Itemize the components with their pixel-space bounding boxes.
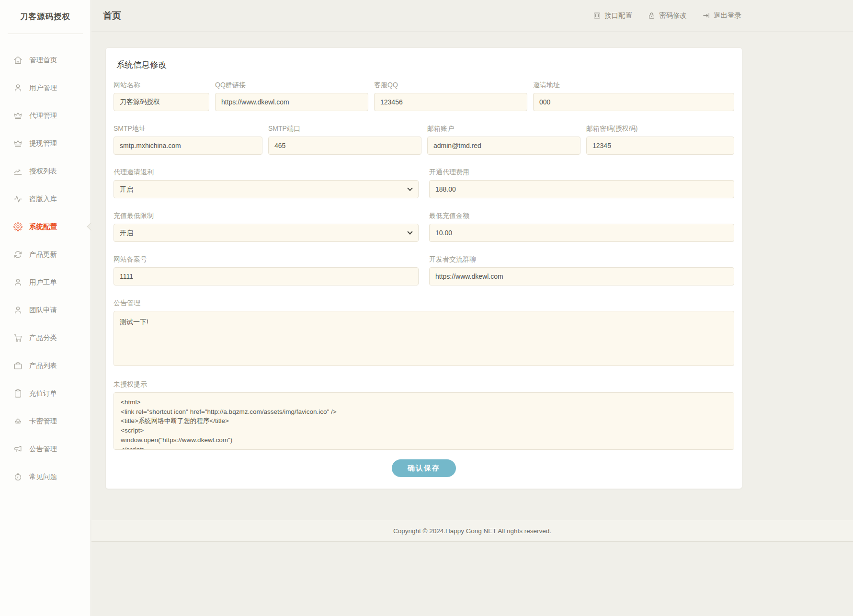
sidebar-item-card-keys[interactable]: 卡密管理 xyxy=(0,407,91,435)
sidebar-item-home[interactable]: 管理首页 xyxy=(0,46,91,74)
sidebar-item-label: 常见问题 xyxy=(29,472,57,481)
sidebar-item-product-list[interactable]: 产品列表 xyxy=(0,352,91,379)
user-icon xyxy=(13,278,23,287)
sidebar-item-user-tickets[interactable]: 用户工单 xyxy=(0,268,91,296)
mail-password-input[interactable] xyxy=(586,137,734,155)
sidebar-item-system-config[interactable]: 系统配置 xyxy=(0,213,91,240)
logout-button[interactable]: 退出登录 xyxy=(702,11,741,20)
home-icon xyxy=(13,56,23,65)
smtp-host-input[interactable] xyxy=(114,137,262,155)
sidebar-item-label: 用户管理 xyxy=(29,83,57,92)
api-config-icon xyxy=(593,11,601,20)
smtp-host-label: SMTP地址 xyxy=(114,125,262,133)
sidebar-item-announcements[interactable]: 公告管理 xyxy=(0,435,91,463)
brush-icon xyxy=(13,417,23,426)
field-site-name: 网站名称 xyxy=(114,81,209,111)
smtp-port-input[interactable] xyxy=(268,137,421,155)
save-button[interactable]: 确认保存 xyxy=(392,459,456,477)
sidebar-item-piracy[interactable]: 盗版入库 xyxy=(0,185,91,213)
sidebar-item-team-apply[interactable]: 团队申请 xyxy=(0,296,91,324)
lock-icon xyxy=(648,11,656,20)
copyright-text: Copyright © 2024.Happy Gong NET All righ… xyxy=(393,527,551,535)
sidebar-item-label: 系统配置 xyxy=(29,222,57,231)
sidebar-item-label: 提现管理 xyxy=(29,139,57,148)
refresh-icon xyxy=(13,250,23,259)
unauthorized-tip-textarea[interactable]: <html> <link rel="shortcut icon" href="h… xyxy=(114,392,734,450)
clipboard-icon xyxy=(13,389,23,398)
sidebar-item-label: 代理管理 xyxy=(29,111,57,120)
form-row-5: 网站备案号 开发者交流群聊 xyxy=(114,255,734,285)
user-icon xyxy=(13,83,23,92)
page-title: 首页 xyxy=(103,10,121,22)
field-min-recharge: 最低充值金额 xyxy=(429,212,734,242)
cart-icon xyxy=(13,333,23,342)
icp-number-label: 网站备案号 xyxy=(114,255,419,264)
site-name-input[interactable] xyxy=(114,93,209,111)
form-row-1: 网站名称 QQ群链接 客服QQ 邀请地址 xyxy=(114,81,734,111)
sidebar-item-users[interactable]: 用户管理 xyxy=(0,74,91,102)
qq-group-link-input[interactable] xyxy=(215,93,368,111)
user-icon xyxy=(13,306,23,315)
topbar: 首页 接口配置 密码修改 退出登录 xyxy=(91,0,853,32)
sidebar-item-recharge-orders[interactable]: 充值订单 xyxy=(0,379,91,407)
sidebar-item-label: 产品列表 xyxy=(29,361,57,370)
sidebar-item-label: 团队申请 xyxy=(29,306,57,315)
crown-icon xyxy=(13,139,23,148)
min-recharge-label: 最低充值金额 xyxy=(429,212,734,220)
sidebar-item-product-update[interactable]: 产品更新 xyxy=(0,240,91,268)
logout-label: 退出登录 xyxy=(714,11,741,20)
field-smtp-port: SMTP端口 xyxy=(268,125,421,155)
sidebar-item-product-category[interactable]: 产品分类 xyxy=(0,324,91,352)
sidebar-menu: 管理首页 用户管理 代理管理 提现管理 授权列表 盗版入库 系统配置 xyxy=(0,34,91,491)
field-service-qq: 客服QQ xyxy=(374,81,527,111)
sidebar: 刀客源码授权 管理首页 用户管理 代理管理 提现管理 授权列表 盗版入库 系 xyxy=(0,0,91,616)
field-smtp-host: SMTP地址 xyxy=(114,125,262,155)
dev-group-label: 开发者交流群聊 xyxy=(429,255,734,264)
activity-icon xyxy=(13,194,23,204)
sidebar-item-label: 公告管理 xyxy=(29,445,57,454)
mail-account-input[interactable] xyxy=(427,137,580,155)
recharge-limit-select[interactable]: 开启 xyxy=(114,224,419,242)
change-password-button[interactable]: 密码修改 xyxy=(648,11,687,20)
field-mail-account: 邮箱账户 xyxy=(427,125,580,155)
form-row-4: 充值最低限制 开启 最低充值金额 xyxy=(114,212,734,242)
form-row-3: 代理邀请返利 开启 开通代理费用 xyxy=(114,168,734,198)
icp-number-input[interactable] xyxy=(114,267,419,285)
brand-title: 刀客源码授权 xyxy=(0,0,91,34)
sidebar-item-label: 管理首页 xyxy=(29,56,57,65)
qq-group-link-label: QQ群链接 xyxy=(215,81,368,90)
sidebar-item-faq[interactable]: 常见问题 xyxy=(0,463,91,491)
field-invite-address: 邀请地址 xyxy=(533,81,734,111)
crown-icon xyxy=(13,111,23,120)
sidebar-item-auth-list[interactable]: 授权列表 xyxy=(0,157,91,185)
sidebar-item-withdrawals[interactable]: 提现管理 xyxy=(0,129,91,157)
field-announcement: 公告管理 测试一下! xyxy=(114,299,734,366)
field-qq-group-link: QQ群链接 xyxy=(215,81,368,111)
site-name-label: 网站名称 xyxy=(114,81,209,90)
field-icp-number: 网站备案号 xyxy=(114,255,419,285)
api-config-button[interactable]: 接口配置 xyxy=(593,11,632,20)
min-recharge-input[interactable] xyxy=(429,224,734,242)
field-mail-password: 邮箱密码(授权码) xyxy=(586,125,734,155)
recharge-limit-label: 充值最低限制 xyxy=(114,212,419,220)
clock-icon xyxy=(13,472,23,481)
field-dev-group: 开发者交流群聊 xyxy=(429,255,734,285)
sidebar-item-label: 盗版入库 xyxy=(29,194,57,204)
card-title: 系统信息修改 xyxy=(116,59,734,70)
agent-rebate-label: 代理邀请返利 xyxy=(114,168,419,177)
megaphone-icon xyxy=(13,445,23,454)
invite-address-label: 邀请地址 xyxy=(533,81,734,90)
service-qq-input[interactable] xyxy=(374,93,527,111)
field-agent-fee: 开通代理费用 xyxy=(429,168,734,198)
agent-fee-label: 开通代理费用 xyxy=(429,168,734,177)
announcement-textarea[interactable]: 测试一下! xyxy=(114,311,734,366)
agent-fee-input[interactable] xyxy=(429,180,734,198)
agent-rebate-select[interactable]: 开启 xyxy=(114,180,419,198)
api-config-label: 接口配置 xyxy=(604,11,632,20)
sidebar-item-label: 用户工单 xyxy=(29,278,57,287)
invite-address-input[interactable] xyxy=(533,93,734,111)
dev-group-input[interactable] xyxy=(429,267,734,285)
gear-icon xyxy=(13,222,23,231)
main-area: 首页 接口配置 密码修改 退出登录 系统信息修改 网站名称 xyxy=(91,0,853,616)
sidebar-item-agents[interactable]: 代理管理 xyxy=(0,102,91,129)
